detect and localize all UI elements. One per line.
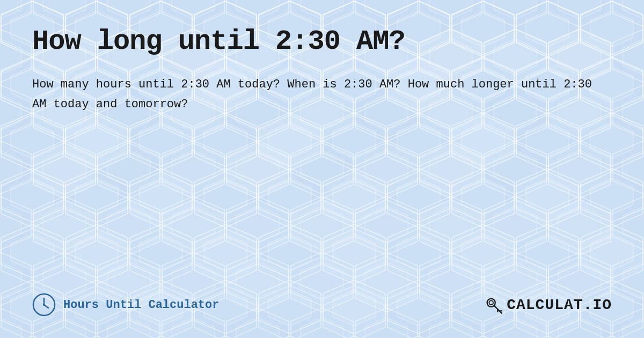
- clock-icon: [32, 293, 56, 317]
- page-description: How many hours until 2:30 AM today? When…: [32, 75, 612, 115]
- footer: Hours Until Calculator CALCULAT.IO: [32, 293, 612, 317]
- logo-text: CALCULAT.IO: [507, 297, 612, 313]
- page-title: How long until 2:30 AM?: [32, 26, 612, 57]
- hours-calculator-label: Hours Until Calculator: [63, 298, 219, 312]
- svg-point-115: [43, 304, 45, 306]
- calculat-logo: CALCULAT.IO: [483, 295, 612, 315]
- hours-calculator-brand: Hours Until Calculator: [32, 293, 219, 317]
- main-content: How long until 2:30 AM? How many hours u…: [32, 26, 612, 115]
- logo-hand-icon: [483, 295, 503, 315]
- svg-point-117: [489, 300, 494, 305]
